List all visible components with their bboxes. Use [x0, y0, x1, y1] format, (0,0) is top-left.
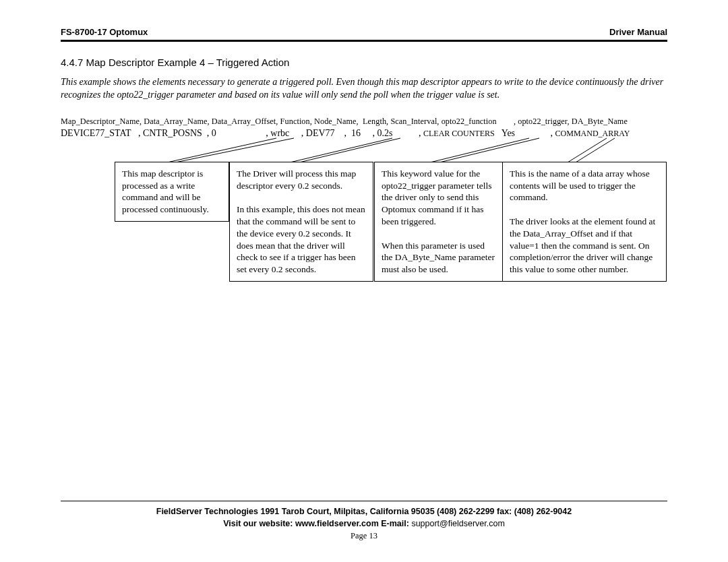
callout-boxes: This map descriptor is processed as a wr… — [61, 162, 667, 323]
svg-line-6 — [568, 138, 607, 162]
callout-text-3b: When this parameter is used the DA_Byte_… — [382, 241, 495, 275]
callout-text-1: This map descriptor is processed as a wr… — [122, 168, 209, 214]
header-rule — [61, 40, 667, 42]
callout-text-3a: This keyword value for the opto22_trigge… — [382, 168, 491, 226]
callout-text-4a: This is the name of a data array whose c… — [510, 168, 650, 203]
svg-line-3 — [299, 138, 400, 162]
callout-box-1: This map descriptor is processed as a wr… — [115, 162, 229, 222]
svg-line-0 — [167, 138, 276, 162]
footer-rule — [61, 501, 667, 501]
svg-line-5 — [439, 138, 539, 162]
callout-box-2: The Driver will process this map descrip… — [229, 162, 373, 282]
csv-val-function: CLEAR COUNTERS — [423, 129, 495, 138]
svg-line-7 — [576, 138, 615, 162]
svg-line-1 — [175, 138, 294, 162]
csv-block: Map_Descriptor_Name, Data_Array_Name, Da… — [61, 117, 667, 323]
header-left: FS-8700-17 Optomux — [61, 27, 148, 37]
header-right: Driver Manual — [609, 27, 667, 37]
callout-text-2a: The Driver will process this map descrip… — [237, 168, 356, 191]
csv-val-a: DEVICE77_STAT , CNTR_POSNS , 0 , wrbc , … — [61, 128, 423, 138]
csv-val-c: Yes , — [495, 128, 555, 138]
callout-box-4: This is the name of a data array whose c… — [502, 162, 667, 282]
page-header: FS-8700-17 Optomux Driver Manual — [61, 27, 667, 40]
callout-box-3: This keyword value for the opto22_trigge… — [374, 162, 504, 282]
svg-line-4 — [430, 138, 529, 162]
csv-value-row: DEVICE77_STAT , CNTR_POSNS , 0 , wrbc , … — [61, 128, 667, 139]
footer-web-email-label: Visit our website: www.fieldserver.com E… — [223, 519, 409, 528]
footer-address: FieldServer Technologies 1991 Tarob Cour… — [61, 505, 667, 518]
footer-page-number: Page 13 — [61, 530, 667, 542]
csv-val-byte: COMMAND_ARRAY — [555, 129, 630, 138]
callout-text-4b: The driver looks at the element found at… — [510, 216, 655, 274]
page-footer: FieldServer Technologies 1991 Tarob Cour… — [61, 501, 667, 542]
footer-email: support@fieldserver.com — [409, 519, 505, 528]
callout-text-2b: In this example, this does not mean that… — [237, 204, 365, 274]
svg-line-2 — [290, 138, 392, 162]
section-title: 4.4.7 Map Descriptor Example 4 – Trigger… — [61, 57, 667, 68]
section-intro: This example shows the elements necessar… — [61, 76, 667, 102]
footer-contact: Visit our website: www.fieldserver.com E… — [61, 518, 667, 530]
csv-header-row: Map_Descriptor_Name, Data_Array_Name, Da… — [61, 117, 667, 127]
